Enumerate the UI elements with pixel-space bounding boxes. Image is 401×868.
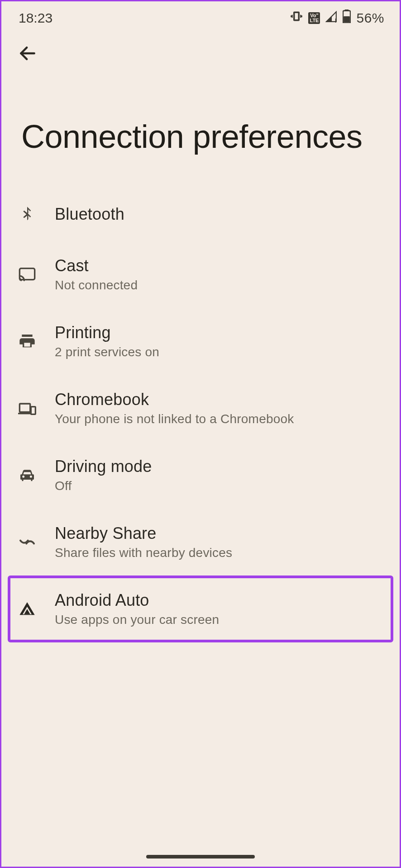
bluetooth-icon bbox=[16, 203, 38, 226]
vibrate-icon bbox=[290, 10, 303, 26]
signal-icon: ! bbox=[325, 10, 337, 26]
list-item-title: Bluetooth bbox=[55, 205, 385, 224]
svg-rect-0 bbox=[295, 13, 299, 20]
list-item-driving-mode[interactable]: Driving mode Off bbox=[9, 442, 392, 509]
status-icons: Vo"LTE ! 56% bbox=[290, 9, 384, 26]
list-item-title: Driving mode bbox=[55, 457, 385, 476]
page-title: Connection preferences bbox=[1, 68, 400, 188]
preferences-list: Bluetooth Cast Not connected Printing 2 … bbox=[1, 188, 400, 642]
list-item-bluetooth[interactable]: Bluetooth bbox=[9, 188, 392, 241]
list-item-title: Android Auto bbox=[55, 591, 385, 610]
android-auto-icon bbox=[16, 598, 38, 620]
svg-point-6 bbox=[19, 279, 21, 280]
list-item-title: Printing bbox=[55, 323, 385, 342]
navigation-home-pill[interactable] bbox=[146, 855, 255, 859]
svg-rect-8 bbox=[31, 407, 35, 415]
list-item-subtitle: Not connected bbox=[55, 278, 385, 292]
status-time: 18:23 bbox=[19, 10, 53, 26]
list-item-subtitle: Off bbox=[55, 479, 385, 493]
svg-text:!: ! bbox=[335, 17, 337, 23]
list-item-printing[interactable]: Printing 2 print services on bbox=[9, 308, 392, 375]
list-item-title: Cast bbox=[55, 256, 385, 275]
list-item-subtitle: Your phone is not linked to a Chromebook bbox=[55, 412, 385, 426]
volte-icon: Vo"LTE bbox=[308, 12, 320, 24]
list-item-chromebook[interactable]: Chromebook Your phone is not linked to a… bbox=[9, 375, 392, 442]
list-item-subtitle: Share files with nearby devices bbox=[55, 546, 385, 560]
battery-percent: 56% bbox=[356, 10, 384, 26]
devices-icon bbox=[16, 397, 38, 420]
list-item-subtitle: 2 print services on bbox=[55, 345, 385, 359]
back-arrow-icon bbox=[18, 43, 38, 65]
list-item-title: Nearby Share bbox=[55, 524, 385, 543]
back-button[interactable] bbox=[14, 41, 41, 68]
cast-icon bbox=[16, 263, 38, 286]
svg-rect-5 bbox=[19, 269, 34, 280]
list-item-title: Chromebook bbox=[55, 390, 385, 409]
svg-rect-7 bbox=[19, 404, 30, 412]
battery-icon bbox=[343, 9, 351, 26]
list-item-android-auto[interactable]: Android Auto Use apps on your car screen bbox=[8, 576, 393, 642]
list-item-cast[interactable]: Cast Not connected bbox=[9, 241, 392, 308]
list-item-nearby-share[interactable]: Nearby Share Share files with nearby dev… bbox=[9, 509, 392, 576]
list-item-subtitle: Use apps on your car screen bbox=[55, 613, 385, 627]
svg-rect-4 bbox=[344, 16, 350, 23]
car-icon bbox=[16, 464, 38, 486]
nearby-share-icon bbox=[16, 531, 38, 553]
status-bar: 18:23 Vo"LTE ! 56% bbox=[1, 1, 400, 31]
printer-icon bbox=[16, 330, 38, 353]
